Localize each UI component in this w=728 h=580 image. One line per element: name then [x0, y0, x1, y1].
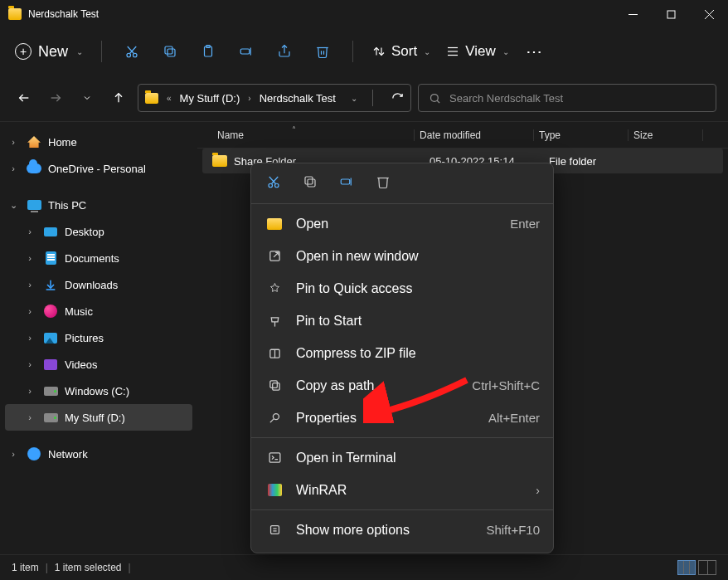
- chevron-right-icon: ›: [7, 163, 20, 173]
- videos-icon: [44, 359, 57, 370]
- window-title: Nerdschalk Test: [28, 8, 99, 20]
- sidebar-item-label: Network: [48, 448, 88, 461]
- sidebar-item-label: Windows (C:): [65, 385, 129, 397]
- up-button[interactable]: [106, 85, 131, 110]
- pc-icon: [27, 200, 41, 210]
- sidebar-item-pictures[interactable]: › Pictures: [0, 324, 197, 351]
- status-bar: 1 item | 1 item selected |: [0, 554, 728, 580]
- sidebar-item-downloads[interactable]: › Downloads: [0, 271, 197, 298]
- column-headers[interactable]: Name ˄ Date modified Type Size: [197, 122, 728, 149]
- sidebar: › Home › OneDrive - Personal ⌄ This PC ›…: [0, 122, 197, 554]
- folder-icon: [145, 93, 158, 104]
- chevron-right-icon: ›: [7, 449, 20, 459]
- ctx-copy-path[interactable]: Copy as path Ctrl+Shift+C: [251, 369, 553, 402]
- copy-button[interactable]: [153, 35, 187, 68]
- column-date[interactable]: Date modified: [415, 129, 534, 141]
- ctx-open-terminal[interactable]: Open in Terminal: [251, 441, 553, 474]
- column-name[interactable]: Name: [212, 129, 415, 141]
- sidebar-item-drive-d[interactable]: › My Stuff (D:): [5, 404, 192, 431]
- copy-icon[interactable]: [301, 173, 319, 191]
- properties-icon: [265, 411, 284, 425]
- folder-icon: [8, 8, 22, 20]
- rename-button[interactable]: [230, 35, 263, 68]
- delete-icon[interactable]: [374, 173, 392, 191]
- terminal-icon: [265, 451, 284, 465]
- zip-icon: [265, 346, 284, 360]
- chevron-right-icon: ›: [23, 333, 36, 343]
- breadcrumb-segment[interactable]: My Stuff (D:): [180, 92, 240, 105]
- chevron-down-icon: ⌄: [502, 47, 509, 56]
- cut-button[interactable]: [115, 35, 148, 68]
- minimize-button[interactable]: [614, 0, 652, 28]
- status-selected-count: 1 item selected: [55, 562, 122, 573]
- chevron-down-icon: ⌄: [76, 47, 83, 56]
- svg-rect-9: [165, 46, 172, 54]
- sidebar-item-onedrive[interactable]: › OneDrive - Personal: [0, 155, 197, 182]
- back-button[interactable]: [12, 85, 36, 110]
- maximize-button[interactable]: [652, 0, 690, 28]
- sidebar-item-music[interactable]: › Music: [0, 298, 197, 324]
- icons-view-button[interactable]: [698, 560, 716, 575]
- rename-icon[interactable]: [337, 173, 356, 191]
- search-input[interactable]: Search Nerdschalk Test: [418, 84, 716, 112]
- svg-rect-35: [341, 179, 350, 184]
- sidebar-item-thispc[interactable]: ⌄ This PC: [0, 192, 197, 218]
- address-bar-row: « My Stuff (D:) › Nerdschalk Test ⌄ Sear…: [0, 75, 728, 121]
- document-icon: [46, 251, 56, 265]
- home-icon: [27, 136, 41, 148]
- folder-icon: [265, 218, 284, 230]
- more-button[interactable]: ⋯: [519, 41, 551, 61]
- ctx-open[interactable]: Open Enter: [251, 207, 553, 240]
- paste-button[interactable]: [192, 35, 225, 68]
- sidebar-item-home[interactable]: › Home: [0, 129, 197, 155]
- sidebar-item-documents[interactable]: › Documents: [0, 245, 197, 271]
- column-size[interactable]: Size: [629, 129, 703, 141]
- svg-point-30: [275, 183, 279, 188]
- close-button[interactable]: [690, 0, 728, 28]
- chevron-down-icon: ⌄: [7, 200, 20, 211]
- cut-icon[interactable]: [265, 173, 283, 191]
- svg-rect-8: [167, 49, 175, 56]
- chevron-down-icon[interactable]: ⌄: [347, 94, 361, 103]
- svg-rect-47: [270, 526, 279, 534]
- recent-button[interactable]: [75, 85, 99, 110]
- sidebar-item-videos[interactable]: › Videos: [0, 351, 197, 378]
- refresh-button[interactable]: [391, 92, 404, 105]
- sidebar-item-drive-c[interactable]: › Windows (C:): [0, 378, 197, 404]
- chevron-right-icon: «: [163, 94, 175, 103]
- delete-button[interactable]: [306, 35, 339, 68]
- forward-button[interactable]: [43, 85, 68, 110]
- ctx-pin-start[interactable]: Pin to Start: [251, 305, 553, 337]
- chevron-right-icon: ›: [23, 386, 36, 396]
- svg-point-4: [127, 53, 131, 57]
- sidebar-item-desktop[interactable]: › Desktop: [0, 218, 197, 245]
- copy-path-icon: [265, 378, 284, 392]
- details-view-button[interactable]: [677, 560, 696, 575]
- chevron-right-icon: ›: [23, 253, 36, 263]
- file-type: File folder: [549, 155, 643, 168]
- ctx-winrar[interactable]: WinRAR ›: [251, 474, 553, 506]
- ctx-compress-zip[interactable]: Compress to ZIP file: [251, 337, 553, 369]
- folder-icon: [212, 155, 227, 167]
- column-type[interactable]: Type: [534, 129, 629, 141]
- ctx-open-new-window[interactable]: Open in new window: [251, 240, 553, 272]
- ctx-pin-quick-access[interactable]: Pin to Quick access: [251, 272, 553, 305]
- status-item-count: 1 item: [12, 562, 39, 573]
- sidebar-item-label: Pictures: [65, 332, 104, 344]
- view-button[interactable]: View ⌄: [440, 40, 514, 63]
- chevron-right-icon: ›: [23, 412, 36, 422]
- svg-rect-34: [305, 177, 313, 184]
- ctx-show-more[interactable]: Show more options Shift+F10: [251, 514, 553, 546]
- pin-icon: [265, 281, 284, 295]
- new-label: New: [38, 43, 68, 61]
- pictures-icon: [44, 333, 57, 344]
- sidebar-item-network[interactable]: › Network: [0, 441, 197, 467]
- ctx-properties[interactable]: Properties Alt+Enter: [251, 402, 553, 434]
- cloud-icon: [27, 163, 41, 173]
- share-button[interactable]: [268, 35, 301, 68]
- breadcrumb-segment[interactable]: Nerdschalk Test: [260, 92, 336, 105]
- pin-icon: [265, 314, 284, 328]
- address-bar[interactable]: « My Stuff (D:) › Nerdschalk Test ⌄: [138, 84, 411, 112]
- new-button[interactable]: + New ⌄: [12, 40, 88, 64]
- sort-button[interactable]: Sort ⌄: [366, 40, 435, 63]
